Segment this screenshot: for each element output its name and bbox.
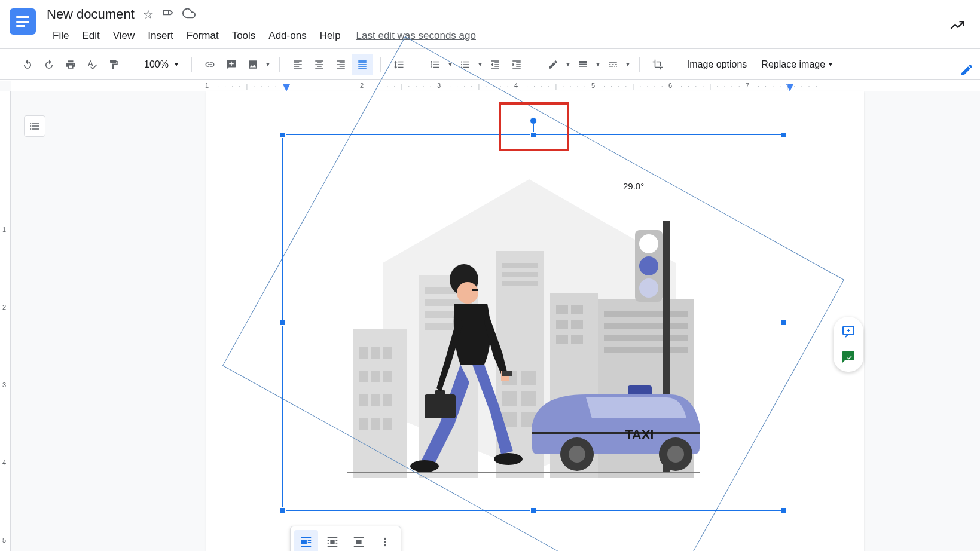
svg-rect-2 [612, 64, 613, 65]
align-left-button[interactable] [287, 54, 309, 75]
svg-rect-77 [308, 542, 312, 543]
svg-rect-0 [609, 62, 617, 63]
align-justify-button[interactable] [352, 54, 373, 75]
redo-button[interactable] [38, 54, 60, 75]
rotate-handle[interactable] [530, 117, 537, 124]
document-title[interactable]: New document [47, 7, 135, 22]
crop-button[interactable] [647, 54, 668, 75]
svg-rect-87 [356, 540, 361, 544]
show-outline-button[interactable] [24, 115, 45, 137]
align-center-button[interactable] [309, 54, 330, 75]
activity-icon[interactable] [949, 17, 966, 38]
svg-rect-80 [330, 540, 334, 544]
resize-handle-bm[interactable] [530, 507, 536, 513]
insert-image-dropdown[interactable]: ▼ [264, 54, 272, 75]
menu-format[interactable]: Format [181, 27, 225, 44]
svg-rect-3 [615, 64, 617, 65]
star-icon[interactable]: ☆ [143, 7, 154, 22]
spellcheck-button[interactable] [81, 54, 103, 75]
wrap-inline-button[interactable] [294, 530, 318, 551]
border-dash-button[interactable] [602, 54, 624, 75]
cloud-status-icon[interactable] [182, 7, 196, 23]
bulleted-list-dropdown[interactable]: ▼ [476, 54, 484, 75]
image-wrap-toolbar [290, 526, 401, 551]
resize-handle-tl[interactable] [280, 132, 286, 138]
svg-rect-78 [301, 546, 312, 547]
border-dash-dropdown[interactable]: ▼ [624, 54, 632, 75]
menu-view[interactable]: View [107, 27, 141, 44]
resize-handle-br[interactable] [781, 507, 787, 513]
resize-handle-tm[interactable] [530, 132, 536, 138]
border-color-button[interactable] [542, 54, 564, 75]
toolbar: 100%▼ ▼ ▼ ▼ ▼ ▼ ▼ Image options [0, 49, 980, 80]
add-comment-button[interactable] [221, 54, 242, 75]
resize-handle-bl[interactable] [280, 507, 286, 513]
vertical-ruler: 1 2 3 4 5 [0, 91, 11, 551]
svg-rect-84 [336, 543, 338, 544]
svg-rect-8 [616, 66, 617, 67]
insert-image-button[interactable] [242, 54, 264, 75]
docs-logo[interactable] [10, 8, 36, 35]
replace-image-button[interactable]: Replace image▼ [755, 59, 839, 70]
svg-rect-88 [354, 546, 364, 547]
left-indent-marker[interactable] [283, 84, 290, 91]
image-selection-box[interactable] [282, 134, 784, 511]
decrease-indent-button[interactable] [484, 54, 506, 75]
svg-rect-1 [609, 64, 610, 65]
menu-file[interactable]: File [47, 27, 75, 44]
svg-rect-6 [612, 66, 613, 67]
svg-rect-4 [609, 66, 610, 67]
floating-comment-panel [834, 317, 863, 372]
menu-addons[interactable]: Add-ons [262, 27, 312, 44]
svg-point-91 [384, 544, 386, 547]
menu-help[interactable]: Help [314, 27, 347, 44]
svg-rect-5 [610, 66, 612, 67]
increase-indent-button[interactable] [506, 54, 527, 75]
resize-handle-tr[interactable] [781, 132, 787, 138]
svg-rect-85 [328, 546, 338, 547]
svg-point-89 [384, 538, 386, 540]
resize-handle-mr[interactable] [781, 320, 787, 326]
svg-rect-81 [328, 540, 329, 541]
insert-link-button[interactable] [199, 54, 221, 75]
svg-rect-7 [614, 66, 615, 67]
last-edit-label[interactable]: Last edit was seconds ago [356, 30, 476, 42]
border-weight-dropdown[interactable]: ▼ [594, 54, 602, 75]
svg-rect-79 [328, 537, 338, 538]
resize-handle-ml[interactable] [280, 320, 286, 326]
svg-rect-75 [301, 540, 307, 544]
svg-rect-86 [354, 537, 364, 538]
wrap-more-button[interactable] [373, 530, 397, 551]
align-right-button[interactable] [330, 54, 352, 75]
print-button[interactable] [60, 54, 81, 75]
move-icon[interactable] [162, 7, 174, 22]
svg-rect-74 [301, 537, 312, 538]
border-weight-button[interactable] [572, 54, 594, 75]
wrap-text-button[interactable] [320, 530, 344, 551]
rotation-angle-label: 29.0° [623, 181, 644, 191]
zoom-select[interactable]: 100%▼ [139, 57, 184, 72]
wrap-break-button[interactable] [347, 530, 371, 551]
image-options-button[interactable]: Image options [679, 59, 756, 70]
svg-rect-76 [308, 540, 312, 541]
border-color-dropdown[interactable]: ▼ [564, 54, 572, 75]
svg-rect-83 [328, 543, 329, 544]
menu-insert[interactable]: Insert [142, 27, 179, 44]
paint-format-button[interactable] [103, 54, 124, 75]
svg-rect-82 [336, 540, 338, 541]
menu-tools[interactable]: Tools [226, 27, 262, 44]
undo-button[interactable] [17, 54, 38, 75]
suggest-edit-icon[interactable] [839, 348, 857, 366]
add-comment-icon[interactable] [839, 323, 857, 341]
svg-point-90 [384, 541, 386, 543]
menu-edit[interactable]: Edit [76, 27, 105, 44]
